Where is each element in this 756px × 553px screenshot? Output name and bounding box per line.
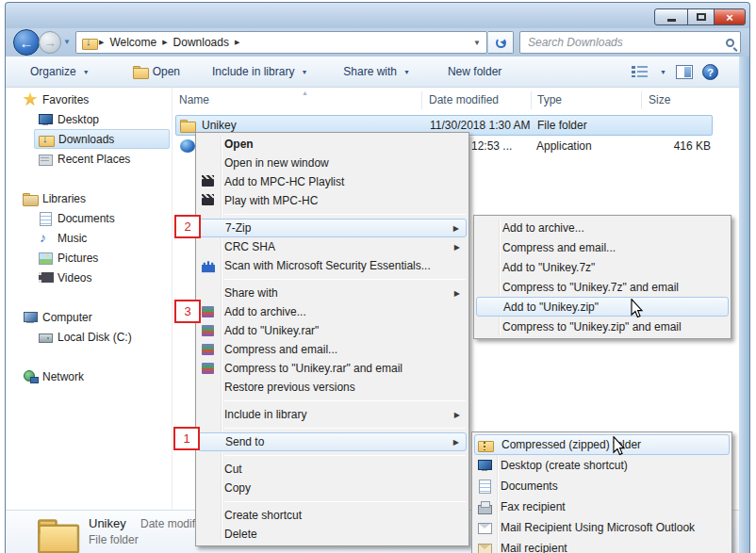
sidebar-item[interactable]: Favorites bbox=[0, 89, 170, 109]
recent-pages-chevron-icon[interactable]: ▼ bbox=[63, 38, 71, 46]
sidebar-item[interactable]: Libraries bbox=[0, 188, 170, 208]
window-right-border bbox=[739, 57, 750, 553]
sidebar-item[interactable]: Music bbox=[0, 228, 170, 248]
organize-button[interactable]: Organize▼ bbox=[23, 60, 97, 83]
column-header-size[interactable]: Size bbox=[649, 93, 670, 106]
mouse-cursor bbox=[630, 299, 644, 318]
toolbar-right-group: ▼ ? bbox=[632, 64, 718, 80]
sidebar-item[interactable]: Desktop bbox=[0, 109, 170, 129]
preview-pane-button[interactable] bbox=[676, 65, 693, 79]
menu-item[interactable]: Compressed (zipped) folder ▶ bbox=[474, 434, 730, 455]
menu-item[interactable]: Send to ▶ bbox=[198, 432, 467, 451]
folder-icon bbox=[133, 64, 148, 79]
search-icon[interactable] bbox=[726, 39, 734, 47]
menu-item[interactable]: Share with ▶ bbox=[198, 284, 467, 302]
address-dropdown-icon[interactable]: ▼ bbox=[473, 39, 481, 47]
menu-item[interactable]: Delete ▶ bbox=[198, 525, 467, 544]
sidebar-item[interactable]: Videos bbox=[0, 268, 170, 287]
column-divider[interactable] bbox=[641, 91, 642, 109]
menu-item[interactable]: Compress and email... ▶ bbox=[476, 237, 729, 257]
menu-item[interactable]: Restore previous versions ▶ bbox=[198, 378, 467, 397]
open-button[interactable]: Open bbox=[125, 60, 188, 83]
menu-item[interactable]: Desktop (create shortcut) ▶ bbox=[474, 455, 730, 476]
share-with-button[interactable]: Share with▼ bbox=[336, 60, 418, 83]
menu-item[interactable]: Create shortcut ▶ bbox=[198, 506, 467, 525]
menu-item[interactable]: Open in new window ▶ bbox=[198, 154, 467, 172]
sidebar-item[interactable]: Local Disk (C:) bbox=[0, 327, 170, 347]
menu-item[interactable]: Copy ▶ bbox=[198, 479, 467, 497]
back-button[interactable]: ← bbox=[13, 29, 40, 56]
menu-item[interactable]: Compress to "Unikey.zip" and email ▶ bbox=[476, 317, 729, 336]
menu-item[interactable]: Documents ▶ bbox=[474, 476, 730, 496]
sidebar-item[interactable]: Pictures bbox=[0, 248, 170, 268]
menu-item[interactable]: Compress to "Unikey.7z" and email ▶ bbox=[476, 277, 729, 297]
picture-icon bbox=[38, 251, 53, 266]
menu-item[interactable]: Add to "Unikey.7z" ▶ bbox=[476, 257, 729, 277]
menu-item[interactable]: Fax recipient ▶ bbox=[474, 496, 730, 517]
menu-item[interactable]: Cut ▶ bbox=[198, 460, 467, 479]
forward-button[interactable]: → bbox=[39, 31, 61, 54]
app-icon bbox=[180, 139, 195, 153]
refresh-button[interactable] bbox=[488, 31, 514, 54]
menu-item[interactable]: Compress and email... ▶ bbox=[198, 340, 467, 359]
7zip-submenu: Add to archive... ▶ Compress and email..… bbox=[473, 215, 731, 339]
menu-item[interactable]: Add to MPC-HC Playlist ▶ bbox=[198, 172, 467, 191]
help-button[interactable]: ? bbox=[702, 64, 718, 80]
views-dropdown-icon[interactable]: ▼ bbox=[660, 69, 666, 75]
explorer-window: × ← → ▼ ▶ Welcome ▶ Downloads ▶ ▼ Organi… bbox=[0, 0, 756, 553]
callout-1: 1 bbox=[173, 427, 200, 450]
menu-item[interactable]: 7-Zip ▶ bbox=[198, 219, 467, 237]
menu-item[interactable]: Add to archive... ▶ bbox=[198, 302, 467, 321]
submenu-arrow-icon: ▶ bbox=[454, 411, 460, 419]
menu-item[interactable]: Play with MPC-HC ▶ bbox=[198, 191, 467, 210]
column-header-date-modified[interactable]: Date modified bbox=[429, 93, 499, 106]
menu-item[interactable]: Include in library ▶ bbox=[198, 405, 467, 424]
menu-item[interactable]: Compress to "Unikey.rar" and email ▶ bbox=[198, 359, 467, 378]
menu-item[interactable]: Add to archive... ▶ bbox=[476, 218, 729, 237]
sidebar-item[interactable]: Recent Places bbox=[0, 149, 170, 169]
downloads-icon bbox=[39, 132, 54, 147]
menu-item[interactable]: CRC SHA ▶ bbox=[198, 237, 467, 256]
breadcrumb-item-downloads[interactable]: Downloads bbox=[173, 36, 229, 49]
column-divider[interactable] bbox=[531, 91, 532, 109]
sidebar-item[interactable]: Computer bbox=[0, 307, 170, 327]
column-divider[interactable] bbox=[421, 91, 422, 109]
address-bar[interactable]: ▶ Welcome ▶ Downloads ▶ ▼ bbox=[75, 31, 487, 54]
sidebar-item[interactable]: Downloads bbox=[34, 129, 170, 149]
menu-item[interactable]: Add to "Unikey.rar" ▶ bbox=[198, 321, 467, 340]
submenu-arrow-icon: ▶ bbox=[453, 224, 459, 233]
mpc-icon bbox=[201, 193, 216, 208]
breadcrumb-item-welcome[interactable]: Welcome bbox=[109, 36, 156, 49]
sidebar-item[interactable]: Network bbox=[0, 366, 170, 386]
winrar-icon bbox=[201, 323, 216, 338]
menu-item[interactable]: Open ▶ bbox=[198, 135, 467, 154]
close-icon: × bbox=[726, 10, 733, 24]
sort-ascending-icon: ▲ bbox=[302, 89, 308, 96]
maximize-button[interactable] bbox=[687, 8, 715, 25]
close-button[interactable]: × bbox=[714, 8, 746, 25]
search-input[interactable] bbox=[526, 35, 726, 50]
change-view-button[interactable] bbox=[632, 64, 649, 79]
sidebar-item[interactable]: Documents bbox=[0, 208, 170, 228]
column-header-type[interactable]: Type bbox=[537, 93, 562, 106]
column-header-name[interactable]: Name bbox=[179, 93, 209, 106]
winrar-icon bbox=[201, 342, 216, 357]
chevron-down-icon: ▼ bbox=[403, 69, 410, 75]
new-folder-button[interactable]: New folder bbox=[440, 60, 509, 83]
menu-item[interactable]: Mail recipient ▶ bbox=[474, 538, 730, 553]
sidebar-gap bbox=[0, 287, 170, 307]
chevron-down-icon: ▼ bbox=[301, 69, 307, 75]
menu-separator bbox=[224, 214, 466, 215]
minimize-button[interactable] bbox=[654, 8, 688, 25]
computer-icon bbox=[23, 310, 38, 325]
recent-icon bbox=[38, 152, 53, 167]
menu-item[interactable]: Scan with Microsoft Security Essentials.… bbox=[198, 256, 467, 275]
menu-item[interactable]: Mail Recipient Using Microsoft Outlook ▶ bbox=[474, 517, 730, 538]
title-bar[interactable] bbox=[5, 2, 750, 28]
menu-separator bbox=[224, 279, 466, 280]
menu-item[interactable]: Add to "Unikey.zip" ▶ bbox=[476, 297, 729, 317]
forward-arrow-icon: → bbox=[44, 36, 57, 50]
star-icon bbox=[23, 92, 38, 107]
libraries-icon bbox=[23, 191, 38, 206]
include-in-library-button[interactable]: Include in library▼ bbox=[205, 60, 315, 83]
